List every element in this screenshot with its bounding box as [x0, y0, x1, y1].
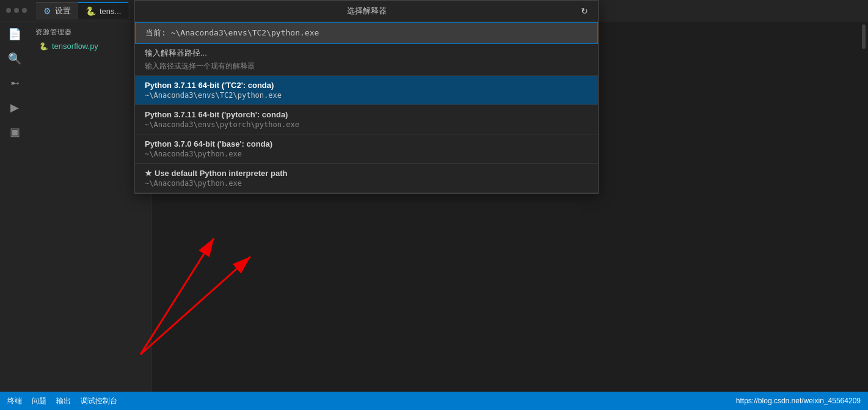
interpreter-picker: 选择解释器 ↻ 当前: ~\Anaconda3\envs\TC2\python.… [134, 0, 599, 194]
interpreter-item-default[interactable]: ★Use default Python interpreter path ~\A… [135, 164, 598, 193]
picker-search-hint: 输入路径或选择一个现有的解释器 [145, 62, 255, 70]
picker-search-label[interactable]: 输入解释器路径... [145, 48, 588, 59]
interpreter-item-default-title: ★Use default Python interpreter path [145, 169, 588, 178]
picker-overlay: 选择解释器 ↻ 当前: ~\Anaconda3\envs\TC2\python.… [0, 0, 868, 410]
picker-list: Python 3.7.11 64-bit ('TC2': conda) ~\An… [135, 76, 598, 193]
interpreter-item-base[interactable]: Python 3.7.0 64-bit ('base': conda) ~\An… [135, 134, 598, 164]
picker-title: 选择解释器 [157, 5, 576, 16]
interpreter-item-pytorch[interactable]: Python 3.7.11 64-bit ('pytorch': conda) … [135, 105, 598, 134]
picker-search-section: 输入解释器路径... 输入路径或选择一个现有的解释器 [135, 44, 598, 76]
star-icon: ★ [145, 169, 152, 178]
interpreter-item-tc2[interactable]: Python 3.7.11 64-bit ('TC2': conda) ~\An… [135, 76, 598, 105]
interpreter-item-tc2-title: Python 3.7.11 64-bit ('TC2': conda) [145, 81, 588, 90]
picker-current[interactable]: 当前: ~\Anaconda3\envs\TC2\python.exe [135, 22, 598, 44]
picker-title-bar: 选择解释器 ↻ [135, 1, 598, 22]
interpreter-item-pytorch-path: ~\Anaconda3\envs\pytorch\python.exe [145, 120, 588, 129]
interpreter-item-default-path: ~\Anaconda3\python.exe [145, 179, 588, 188]
interpreter-item-base-title: Python 3.7.0 64-bit ('base': conda) [145, 139, 588, 148]
interpreter-item-base-path: ~\Anaconda3\python.exe [145, 150, 588, 158]
refresh-button[interactable]: ↻ [576, 6, 588, 16]
interpreter-item-tc2-path: ~\Anaconda3\envs\TC2\python.exe [145, 91, 588, 100]
interpreter-item-pytorch-title: Python 3.7.11 64-bit ('pytorch': conda) [145, 110, 588, 119]
